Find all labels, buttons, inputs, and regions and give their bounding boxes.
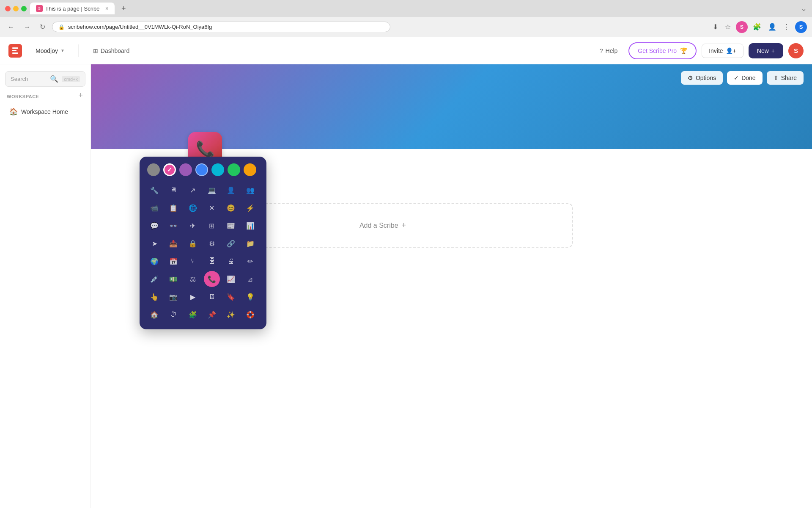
icon-sparkle[interactable]: ✨	[223, 306, 239, 323]
workspace-selector[interactable]: Moodjoy ▼	[30, 45, 70, 57]
icon-chat[interactable]: 💬	[146, 218, 162, 234]
main-layout: Search 🔍 cmd+k WORKSPACE + 🏠 Workspace H…	[0, 64, 812, 508]
browser-tab[interactable]: S This is a page | Scribe ×	[30, 3, 115, 14]
page-placeholder-text[interactable]: ontent, type / for menu	[192, 183, 795, 190]
color-swatch-pink[interactable]: ✓	[163, 163, 176, 176]
icon-fingerprint[interactable]: 👆	[146, 289, 162, 305]
sidebar-item-workspace-home[interactable]: 🏠 Workspace Home	[5, 104, 85, 119]
extension-scribe-icon[interactable]: S	[736, 21, 748, 33]
logo-icon	[8, 44, 22, 58]
icon-server[interactable]: 🖥	[165, 182, 181, 198]
user-avatar[interactable]: S	[788, 43, 804, 58]
icon-export[interactable]: ↗	[185, 182, 201, 198]
icon-phone[interactable]: 📞	[204, 271, 220, 287]
icon-printer[interactable]: 🖨	[223, 253, 239, 269]
icon-database[interactable]: 🗄	[204, 253, 220, 269]
icon-stopwatch[interactable]: ⏱	[165, 306, 181, 323]
help-button[interactable]: ? Help	[594, 44, 624, 58]
invite-button[interactable]: Invite 👤+	[702, 44, 743, 58]
done-button[interactable]: ✓ Done	[727, 71, 762, 85]
icon-chart-bar[interactable]: 📊	[242, 218, 258, 234]
add-scribe-label: Add a Scribe	[359, 222, 398, 229]
icon-tree-map[interactable]: ⊿	[242, 271, 258, 287]
icon-display[interactable]: 🖥	[204, 289, 220, 305]
color-swatch-orange[interactable]	[244, 163, 256, 176]
new-tab-btn[interactable]: +	[118, 3, 129, 14]
icon-globe-alt[interactable]: 🌐	[185, 200, 201, 216]
color-swatch-gray[interactable]	[147, 163, 160, 176]
browser-chrome: S This is a page | Scribe × + ⌄ ← → ↻ 🔒 …	[0, 0, 812, 37]
color-swatch-purple[interactable]	[179, 163, 192, 176]
add-sidebar-item-button[interactable]: +	[76, 90, 85, 101]
minimize-window-btn[interactable]	[13, 6, 19, 11]
app-logo[interactable]	[8, 44, 22, 58]
maximize-window-btn[interactable]	[21, 6, 27, 11]
icon-link[interactable]: 🔗	[223, 235, 239, 251]
browser-user-avatar[interactable]: S	[795, 21, 807, 33]
get-pro-label: Get Scribe Pro	[638, 47, 677, 54]
icon-puzzle[interactable]: 🧩	[185, 306, 201, 323]
icon-folder[interactable]: 📁	[242, 235, 258, 251]
extensions-icon[interactable]: 🧩	[751, 21, 763, 33]
icon-branch[interactable]: ⑂	[185, 253, 201, 269]
search-box[interactable]: Search 🔍 cmd+k	[5, 71, 85, 87]
icon-lifesaver[interactable]: 🛟	[242, 306, 258, 323]
icon-home[interactable]: 🏠	[146, 306, 162, 323]
color-swatch-blue[interactable]	[195, 163, 208, 176]
refresh-btn[interactable]: ↻	[37, 21, 48, 33]
address-bar[interactable]: 🔒 scribehow.com/page/Untitled__0V1MWLk-Q…	[52, 22, 390, 32]
icon-group[interactable]: 👥	[242, 182, 258, 198]
address-text: scribehow.com/page/Untitled__0V1MWLk-Qi-…	[68, 24, 212, 30]
icon-layers[interactable]: ⚡	[242, 200, 258, 216]
download-icon[interactable]: ⬇	[711, 21, 720, 33]
share-button[interactable]: ⇧ Share	[767, 71, 804, 85]
color-swatch-teal[interactable]	[211, 163, 224, 176]
icon-sliders[interactable]: ⚙	[204, 235, 220, 251]
icon-bookmark[interactable]: 🔖	[223, 289, 239, 305]
help-label: Help	[606, 47, 618, 54]
icon-camera[interactable]: 📷	[165, 289, 181, 305]
back-btn[interactable]: ←	[5, 22, 17, 33]
add-scribe-button[interactable]: Add a Scribe +	[359, 221, 406, 230]
icon-newspaper[interactable]: 📰	[223, 218, 239, 234]
icon-lock[interactable]: 🔒	[185, 235, 201, 251]
share-icon: ⇧	[774, 75, 779, 81]
tab-close-btn[interactable]: ×	[105, 5, 109, 12]
icon-monitor[interactable]: 💻	[204, 182, 220, 198]
icon-person[interactable]: 👤	[223, 182, 239, 198]
icon-pencil[interactable]: ✏	[242, 253, 258, 269]
dashboard-nav-item[interactable]: ⊞ Dashboard	[87, 44, 136, 58]
get-pro-button[interactable]: Get Scribe Pro 🏆	[628, 42, 697, 59]
icon-document[interactable]: 📋	[165, 200, 181, 216]
close-window-btn[interactable]	[5, 6, 11, 11]
icon-globe[interactable]: 🌍	[146, 253, 162, 269]
icon-line-chart[interactable]: 📈	[223, 271, 239, 287]
icon-inbox[interactable]: 📥	[165, 235, 181, 251]
icon-medical[interactable]: 💉	[146, 271, 162, 287]
icon-emoji[interactable]: 😊	[223, 200, 239, 216]
icon-wrench[interactable]: 🔧	[146, 182, 162, 198]
new-label: New	[757, 47, 769, 54]
app-header: Moodjoy ▼ ⊞ Dashboard ? Help Get Scribe …	[0, 37, 812, 64]
forward-btn[interactable]: →	[21, 22, 33, 33]
icon-calendar[interactable]: 📅	[165, 253, 181, 269]
icon-scale[interactable]: ⚖	[185, 271, 201, 287]
icon-money[interactable]: 💵	[165, 271, 181, 287]
icon-play[interactable]: ▶	[185, 289, 201, 305]
icon-glasses[interactable]: 👓	[165, 218, 181, 234]
icon-pin[interactable]: 📌	[204, 306, 220, 323]
icon-grid[interactable]: ⊞	[204, 218, 220, 234]
icon-bulb[interactable]: 💡	[242, 289, 258, 305]
new-button[interactable]: New +	[749, 43, 783, 58]
settings-icon[interactable]: ⋮	[782, 21, 792, 33]
window-expand-btn[interactable]: ⌄	[801, 4, 807, 13]
icon-x-mark[interactable]: ✕	[204, 200, 220, 216]
icon-plane[interactable]: ✈	[185, 218, 201, 234]
profile-icon[interactable]: 👤	[766, 21, 778, 33]
icon-send[interactable]: ➤	[146, 235, 162, 251]
icon-video[interactable]: 📹	[146, 200, 162, 216]
options-button[interactable]: ⚙ Options	[681, 71, 723, 85]
sidebar-section-header: WORKSPACE +	[5, 90, 85, 101]
bookmark-icon[interactable]: ☆	[723, 21, 732, 33]
color-swatch-green[interactable]	[228, 163, 240, 176]
